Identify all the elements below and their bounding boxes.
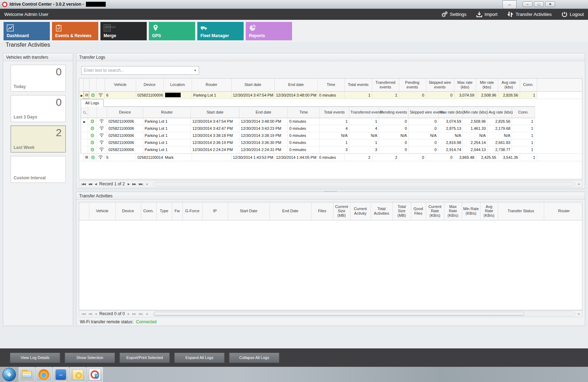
expand-all-logs-button[interactable]: Expand All Logs — [174, 353, 225, 363]
col-header-vehicle[interactable]: Vehicle — [105, 79, 136, 91]
last-record-icon[interactable] — [139, 312, 142, 316]
col-header-pending-events[interactable]: Pending events — [399, 79, 426, 91]
maximize-button[interactable] — [534, 1, 544, 7]
expand-row-icon[interactable] — [85, 155, 88, 159]
prev-page-icon[interactable] — [88, 183, 92, 186]
start-button[interactable] — [0, 367, 18, 382]
hscroll-left-icon[interactable] — [146, 183, 147, 186]
import-button[interactable]: Import — [476, 11, 497, 17]
sub-col-device[interactable]: Device — [107, 106, 143, 118]
ta-col-device[interactable]: Device — [115, 202, 141, 220]
sub-col-time[interactable]: Time — [288, 106, 320, 118]
ta-col-start-date[interactable]: Start Date — [228, 202, 269, 220]
sub-col-conn[interactable]: Conn. — [512, 106, 535, 118]
ta-col-good-files[interactable]: Good Files — [411, 202, 426, 220]
col-header-skipped-wire-events[interactable]: Skipped wire events — [426, 79, 454, 91]
sub-col-max-rate[interactable]: Max rate (kbs) — [438, 106, 463, 118]
col-header[interactable] — [96, 79, 105, 91]
taskbar-outlook[interactable] — [70, 367, 86, 382]
horizontal-scrollbar[interactable] — [153, 312, 575, 316]
col-header-time[interactable]: Time — [318, 79, 344, 91]
ta-col-min-rate[interactable]: Min Rate (KB/s) — [462, 202, 480, 220]
collapse-row-icon[interactable] — [85, 93, 88, 97]
tab-dashboard[interactable]: Dashboard — [4, 22, 50, 40]
logout-button[interactable]: Logout — [561, 11, 584, 17]
prev-record-icon[interactable] — [95, 312, 97, 316]
table-row[interactable]: 025821100006 Parking Lot 1 12/30/2014 2:… — [81, 146, 535, 153]
ta-col-current-size[interactable]: Current Size (MB) — [333, 202, 350, 220]
ta-col-current-rate[interactable]: Current Rate (KB/s) — [426, 202, 444, 220]
sub-col-transferred-events[interactable]: Transferred events — [349, 106, 379, 118]
ta-col-end-date[interactable]: End Date — [269, 202, 311, 220]
close-button[interactable] — [545, 1, 555, 7]
next-page-icon[interactable] — [132, 312, 136, 316]
next-page-icon[interactable] — [132, 183, 136, 186]
sub-col-router[interactable]: Router — [143, 106, 191, 118]
next-record-icon[interactable] — [128, 312, 129, 316]
ta-col-fw[interactable]: Fw — [172, 202, 182, 220]
first-record-icon[interactable] — [81, 183, 85, 186]
col-header[interactable] — [89, 79, 96, 91]
taskbar-teamviewer[interactable] — [53, 367, 69, 382]
ta-col-router[interactable]: Router — [544, 202, 582, 220]
sub-col-skipped-wire-events[interactable]: Skipped wire events — [408, 106, 438, 118]
ta-col-files[interactable]: Files — [311, 202, 333, 220]
horizontal-scrollbar[interactable] — [153, 182, 575, 186]
ta-col-total-size[interactable]: Total Size (MB) — [392, 202, 411, 220]
transfer-activities-button[interactable]: Transfer Activities — [507, 11, 552, 17]
tab-fleet-manager[interactable]: Fleet Manager — [197, 22, 244, 40]
settings-button[interactable]: Settings — [442, 11, 466, 17]
prev-record-icon[interactable] — [95, 183, 97, 186]
ta-col-current-activity[interactable]: Current Activity — [350, 202, 371, 220]
taskbar-file-explorer[interactable] — [19, 367, 35, 382]
table-row[interactable]: 6 025821100006 Parking Lot 1 12/30/2014 … — [79, 91, 582, 99]
table-row[interactable]: 025821100006 Parking Lot 1 12/30/2014 3:… — [81, 118, 535, 125]
ta-col-vehicle[interactable]: Vehicle — [89, 202, 115, 220]
ta-col-gforce[interactable]: G-Force — [182, 202, 202, 220]
col-header-start-date[interactable]: Start date — [231, 79, 274, 91]
col-header-avg-rate[interactable]: Avg rate (kbs) — [498, 79, 520, 91]
table-row[interactable]: 025821100006 Parking Lot 1 12/30/2014 3:… — [81, 125, 535, 132]
ta-col-type[interactable]: Type — [156, 202, 172, 220]
sub-col-search[interactable] — [81, 106, 88, 118]
col-header-location[interactable]: Location — [163, 79, 192, 91]
col-header-device[interactable]: Device — [136, 79, 163, 91]
table-row[interactable]: 025821100006 Parking Lot 1 12/30/2014 3:… — [81, 132, 535, 139]
taskbar-firefox[interactable] — [36, 367, 52, 382]
sub-col-min-rate[interactable]: Min rate (kbs) — [463, 106, 488, 118]
panel-splitter-handle[interactable] — [76, 189, 585, 192]
col-header-min-rate[interactable]: Min rate (kbs) — [476, 79, 498, 91]
tab-merge[interactable]: MERGE Merge — [100, 22, 147, 40]
ta-col-avg-rate[interactable]: Avg Rate (KB/s) — [480, 202, 498, 220]
table-row[interactable]: 5 025821100014 Mark 12/30/2014 1:43:53 P… — [79, 154, 582, 161]
hscroll-right-icon[interactable] — [578, 312, 580, 316]
tab-all-logs[interactable]: All Logs — [81, 99, 104, 107]
collapse-all-logs-button[interactable]: Collapse All Logs — [229, 353, 279, 363]
col-header[interactable] — [79, 79, 83, 91]
last-record-icon[interactable] — [139, 183, 142, 186]
tab-gps[interactable]: GPS — [149, 22, 195, 40]
ta-col-ip[interactable]: IP — [202, 202, 228, 220]
col-header[interactable] — [83, 79, 89, 91]
hscroll-left-icon[interactable] — [146, 312, 147, 316]
taskbar-idrive-app[interactable] — [87, 367, 103, 382]
ta-col-header[interactable] — [79, 202, 89, 220]
ta-col-total-activities[interactable]: Total Activities — [371, 202, 392, 220]
remote-panel-toggle-icon[interactable] — [502, 0, 517, 9]
sub-col-start-date[interactable]: Start date — [191, 106, 239, 118]
col-header-conn[interactable]: Conn. — [520, 79, 537, 91]
hscroll-right-icon[interactable] — [578, 183, 580, 186]
table-row[interactable]: 025821100006 Parking Lot 1 12/30/2014 3:… — [81, 139, 535, 146]
sub-col-end-date[interactable]: End date — [239, 106, 288, 118]
export-print-selected-button[interactable]: Export/Print Selected — [120, 353, 170, 363]
view-log-details-button[interactable]: View Log Details — [10, 353, 60, 363]
show-selection-button[interactable]: Show Selection — [65, 353, 115, 363]
tab-reports[interactable]: Reports — [246, 22, 292, 40]
col-header-end-date[interactable]: End date — [274, 79, 318, 91]
col-header-max-rate[interactable]: Max rate (kbs) — [454, 79, 476, 91]
card-last-week[interactable]: 2 Last Week — [11, 126, 66, 152]
sub-col-pending-events[interactable]: Pending events — [379, 106, 408, 118]
ta-col-conn[interactable]: Conn. — [141, 202, 156, 220]
search-input[interactable] — [82, 68, 192, 73]
sub-col-header[interactable] — [97, 106, 107, 118]
